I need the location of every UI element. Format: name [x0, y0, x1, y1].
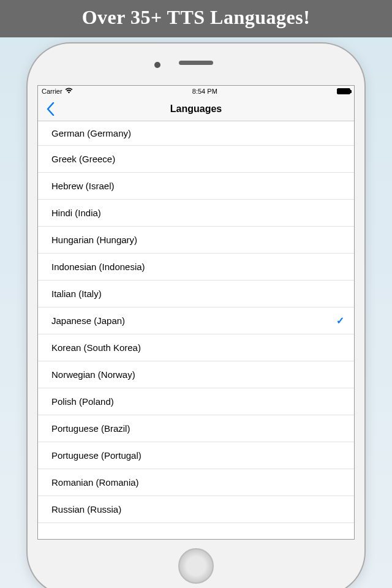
language-label: Hindi (India) — [51, 208, 101, 218]
phone-screen: Carrier 8:54 PM Languages German (German… — [37, 85, 355, 540]
list-item[interactable]: Indonesian (Indonesia) — [38, 254, 354, 281]
list-item[interactable]: Portuguese (Brazil) — [38, 415, 354, 442]
navigation-bar: Languages — [38, 97, 354, 121]
language-label: Russian (Russia) — [51, 504, 121, 514]
list-item[interactable]: Japanese (Japan)✓ — [38, 307, 354, 334]
list-item[interactable]: Italian (Italy) — [38, 281, 354, 307]
language-label: Hebrew (Israel) — [51, 181, 115, 191]
phone-frame: Carrier 8:54 PM Languages German (German… — [28, 43, 364, 588]
language-label: Italian (Italy) — [51, 288, 102, 299]
list-item[interactable]: Hindi (India) — [38, 200, 354, 227]
list-item[interactable]: Greek (Greece) — [38, 146, 354, 173]
list-item[interactable]: Hebrew (Israel) — [38, 173, 354, 200]
phone-camera-dot — [154, 62, 160, 68]
list-item[interactable]: Russian (Russia) — [38, 496, 354, 523]
list-item[interactable]: Hungarian (Hungary) — [38, 227, 354, 254]
language-label: Japanese (Japan) — [51, 315, 125, 326]
language-label: Romanian (Romania) — [51, 477, 139, 488]
language-label: Korean (South Korea) — [51, 342, 141, 353]
language-label: Indonesian (Indonesia) — [51, 262, 145, 272]
language-label: Hungarian (Hungary) — [51, 235, 137, 245]
language-label: Polish (Poland) — [51, 396, 114, 407]
phone-earpiece — [179, 61, 213, 65]
language-label: Greek (Greece) — [51, 154, 115, 164]
language-label: German (Germany) — [51, 128, 131, 138]
back-button[interactable] — [38, 97, 62, 121]
page-title: Languages — [170, 104, 222, 115]
list-item[interactable]: Korean (South Korea) — [38, 334, 354, 361]
language-list[interactable]: German (Germany)Greek (Greece)Hebrew (Is… — [38, 121, 354, 539]
list-item[interactable]: Romanian (Romania) — [38, 469, 354, 496]
language-label: Norwegian (Norway) — [51, 369, 135, 380]
promo-banner: Over 35+ TTS Languages! — [0, 0, 392, 37]
home-button[interactable] — [178, 548, 214, 584]
list-item[interactable]: Norwegian (Norway) — [38, 361, 354, 388]
language-label: Portuguese (Portugal) — [51, 450, 141, 461]
status-bar: Carrier 8:54 PM — [38, 86, 354, 97]
battery-icon — [337, 88, 350, 94]
checkmark-icon: ✓ — [336, 315, 344, 326]
list-item[interactable]: German (Germany) — [38, 121, 354, 146]
clock: 8:54 PM — [192, 88, 217, 95]
phone-speaker-grill — [179, 61, 213, 65]
wifi-icon — [65, 88, 73, 95]
carrier-label: Carrier — [42, 88, 62, 95]
list-item[interactable]: Polish (Poland) — [38, 388, 354, 415]
language-label: Portuguese (Brazil) — [51, 423, 130, 434]
list-item[interactable]: Portuguese (Portugal) — [38, 442, 354, 469]
